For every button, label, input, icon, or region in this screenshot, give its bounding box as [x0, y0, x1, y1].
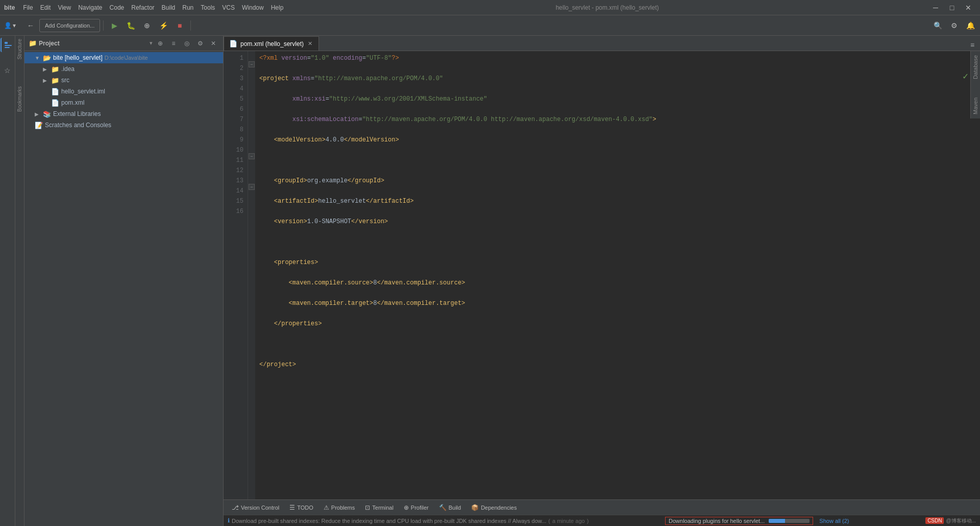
- structure-tab[interactable]: Structure: [16, 36, 23, 63]
- bookmarks-tab[interactable]: Bookmarks: [16, 83, 23, 115]
- fold-gutter: − − −: [248, 51, 255, 499]
- sidebar-icon-project[interactable]: [1, 38, 15, 52]
- tree-item-idea[interactable]: ▶ 📁 .idea: [24, 63, 223, 75]
- code-line-7: <groupId>org.example</groupId>: [259, 176, 976, 186]
- code-editor[interactable]: <?xml version="1.0" encoding="UTF-8"?> <…: [255, 51, 980, 499]
- tree-item-external-libs[interactable]: ▶ 📚 External Libraries: [24, 108, 223, 119]
- vcs-icon: ⎇: [232, 504, 239, 511]
- svg-rect-1: [5, 45, 12, 46]
- tree-root[interactable]: ▼ 📂 bite [hello_servlet] D:\code\Java\bi…: [24, 52, 223, 63]
- code-line-11: <properties>: [259, 257, 976, 268]
- code-line-2: <project xmlns="http://maven.apache.org/…: [259, 74, 976, 84]
- editor-tab-pom[interactable]: 📄 pom.xml (hello_servlet) ✕: [224, 36, 319, 51]
- notification-time: (: [548, 518, 550, 524]
- problems-button[interactable]: ⚠ Problems: [320, 502, 359, 513]
- settings-button[interactable]: ⚙: [946, 18, 962, 33]
- terminal-button[interactable]: ⊡ Terminal: [361, 502, 398, 513]
- tree-item-src[interactable]: ▶ 📁 src: [24, 75, 223, 86]
- fold-marker-project[interactable]: −: [249, 61, 255, 67]
- back-button[interactable]: ←: [23, 18, 38, 33]
- tree-item-scratches[interactable]: 📝 Scratches and Consoles: [24, 119, 223, 131]
- fold-marker-properties[interactable]: −: [249, 153, 255, 159]
- show-all-button[interactable]: Show all (2): [819, 518, 849, 524]
- code-line-3: xmlns:xsi="http://www.w3.org/2001/XMLSch…: [259, 94, 976, 104]
- profiler-label: Profiler: [411, 505, 429, 511]
- menu-window[interactable]: Window: [239, 3, 267, 12]
- csdn-text: @博客移动...: [946, 517, 976, 524]
- profiler-button[interactable]: ⊕ Profiler: [400, 502, 433, 513]
- collapse-all-button[interactable]: ≡: [168, 38, 179, 49]
- menu-build[interactable]: Build: [159, 3, 179, 12]
- menu-refactor[interactable]: Refactor: [128, 3, 157, 12]
- maximize-button[interactable]: □: [944, 2, 960, 13]
- main-toolbar: 👤 ▾ ← Add Configuration... ▶ 🐛 ⊕ ⚡ ■ 🔍 ⚙…: [0, 15, 980, 36]
- minimize-button[interactable]: ─: [928, 2, 943, 13]
- add-configuration-button[interactable]: Add Configuration...: [39, 19, 100, 32]
- profiler-icon: ⊕: [404, 504, 409, 511]
- line-numbers: 1 2 3 4 5 6 7 8 9 10 11 12 13 14 15 16: [224, 51, 248, 499]
- profile-button[interactable]: ⚡: [156, 18, 171, 33]
- problems-label: Problems: [331, 505, 355, 511]
- stop-button[interactable]: ■: [172, 18, 187, 33]
- code-line-12: <maven.compiler.source>8</maven.compiler…: [259, 278, 976, 288]
- notifications-button[interactable]: 🔔: [963, 18, 978, 33]
- bottom-notification: ℹ Download pre-built shared indexes: Red…: [224, 515, 980, 526]
- build-label: Build: [449, 505, 461, 511]
- csdn-watermark: CSDN @博客移动...: [925, 517, 976, 524]
- left-sidebar-icons: ☆: [0, 36, 15, 526]
- database-tab[interactable]: Database: [971, 51, 980, 83]
- close-button[interactable]: ✕: [961, 2, 976, 13]
- project-panel: 📁 Project ▾ ⊕ ≡ ◎ ⚙ ✕ ▼ 📂 bite [hello_se…: [24, 36, 224, 526]
- todo-icon: ☰: [289, 504, 295, 511]
- toolbar-right: 🔍 ⚙ 🔔: [930, 18, 978, 33]
- menu-view[interactable]: View: [55, 3, 74, 12]
- progress-bar: [769, 519, 810, 523]
- svg-rect-0: [5, 42, 8, 44]
- menu-navigate[interactable]: Navigate: [75, 3, 105, 12]
- xml-file-icon: 📄: [51, 99, 59, 107]
- build-button[interactable]: 🔨 Build: [435, 502, 465, 513]
- tree-item-iml[interactable]: 📄 hello_servlet.iml: [24, 86, 223, 97]
- ext-libs-icon: 📚: [43, 110, 51, 118]
- user-button[interactable]: 👤 ▾: [2, 21, 18, 30]
- build-icon: 🔨: [439, 504, 447, 511]
- version-control-label: Version Control: [241, 505, 279, 511]
- add-content-root-button[interactable]: ⊕: [155, 38, 166, 49]
- menu-file[interactable]: File: [20, 3, 36, 12]
- sidebar-icon-bookmarks[interactable]: ☆: [1, 63, 15, 78]
- menu-run[interactable]: Run: [179, 3, 197, 12]
- scratches-icon: 📝: [35, 122, 43, 129]
- terminal-label: Terminal: [372, 505, 394, 511]
- code-line-10: [259, 237, 976, 247]
- tab-close-button[interactable]: ✕: [307, 40, 313, 47]
- menu-code[interactable]: Code: [107, 3, 128, 12]
- fold-marker-properties-end[interactable]: −: [249, 184, 255, 190]
- tree-item-pom[interactable]: 📄 pom.xml: [24, 97, 223, 108]
- search-everywhere-button[interactable]: 🔍: [930, 18, 945, 33]
- menu-tools[interactable]: Tools: [198, 3, 218, 12]
- menu-help[interactable]: Help: [268, 3, 287, 12]
- close-panel-button[interactable]: ✕: [208, 38, 219, 49]
- code-line-9: <version>1.0-SNAPSHOT</version>: [259, 217, 976, 227]
- settings-panel-button[interactable]: ⚙: [194, 38, 206, 49]
- version-control-button[interactable]: ⎇ Version Control: [228, 502, 283, 513]
- tree-arrow-idea: ▶: [43, 66, 50, 72]
- debug-button[interactable]: 🐛: [123, 18, 138, 33]
- download-progress: Downloading plugins for hello servlet...: [665, 517, 813, 525]
- svg-rect-2: [5, 47, 10, 48]
- maven-tab[interactable]: Maven: [971, 93, 980, 118]
- todo-button[interactable]: ☰ TODO: [285, 502, 317, 513]
- editor-area: 📄 pom.xml (hello_servlet) ✕ ≡ 1 2 3 4 5 …: [224, 36, 980, 526]
- menu-vcs[interactable]: VCS: [219, 3, 238, 12]
- dependencies-button[interactable]: 📦 Dependencies: [467, 502, 521, 513]
- terminal-icon: ⊡: [365, 504, 370, 511]
- folder-icon-src: 📁: [51, 77, 59, 84]
- file-tree: ▼ 📂 bite [hello_servlet] D:\code\Java\bi…: [24, 51, 223, 526]
- tab-list-button[interactable]: ≡: [967, 39, 978, 51]
- problems-icon: ⚠: [324, 504, 329, 511]
- locate-file-button[interactable]: ◎: [181, 38, 192, 49]
- menu-edit[interactable]: Edit: [37, 3, 54, 12]
- tree-arrow-extlibs: ▶: [35, 111, 42, 117]
- run-with-coverage-button[interactable]: ⊕: [139, 18, 155, 33]
- run-button[interactable]: ▶: [107, 18, 122, 33]
